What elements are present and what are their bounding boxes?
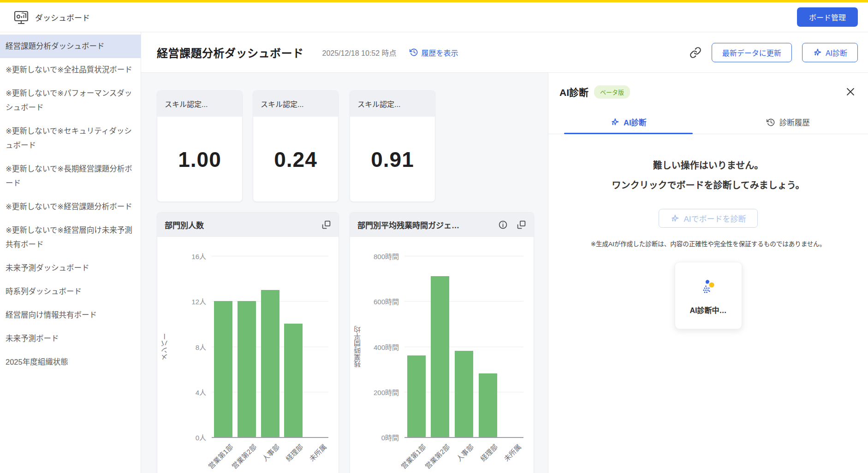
kpi-card: スキル認定... 0.91 — [350, 90, 435, 202]
expand-gadget-icon[interactable] — [321, 220, 331, 230]
x-tick-label: 営業第2部 — [229, 442, 258, 471]
ai-diagnose-open-label: AI診断 — [826, 47, 847, 58]
tab-label: AI診断 — [624, 117, 647, 128]
sparkle-icon — [610, 118, 619, 127]
ai-disclaimer: ※生成AIが作成した診断は、内容の正確性や完全性を保証するものではありません。 — [548, 239, 868, 248]
bar[interactable] — [214, 301, 232, 437]
y-tick-label: 0人 — [164, 432, 206, 442]
page-header: 経営課題分析ダッシュボード 2025/12/18 10:52 時点 履歴を表示 … — [141, 32, 868, 73]
kpi-card-title: スキル認定... — [253, 91, 338, 117]
show-history-label: 履歴を表示 — [422, 47, 458, 58]
diagnose-board-button[interactable]: AIでボードを診断 — [659, 209, 757, 228]
tab-label: 診断履歴 — [779, 117, 810, 128]
x-tick-label: 営業第1部 — [206, 442, 235, 471]
bar[interactable] — [431, 276, 449, 437]
info-icon[interactable] — [498, 220, 508, 230]
bar-chart-overtime: 0時間200時間400時間600時間800時間営業第1部営業第2部人事部経理部未… — [350, 237, 534, 473]
diagnose-board-label: AIでボードを診断 — [684, 213, 746, 224]
x-tick-label: 未所属 — [307, 442, 328, 463]
y-tick-label: 16人 — [164, 251, 206, 261]
gridline — [404, 301, 523, 302]
copy-link-icon[interactable] — [689, 46, 702, 59]
kpi-card-title: スキル認定... — [350, 91, 435, 117]
sidebar-item-board[interactable]: 未来予測ボード — [0, 327, 141, 350]
bar-chart-headcount: 0人4人8人12人16人営業第1部営業第2部人事部経理部未所属メンバー — [157, 237, 339, 473]
kpi-card: スキル認定... 1.00 — [157, 90, 243, 202]
ai-diagnosis-panel: AI診断 ベータ版 AI診断 診断履歴 — [548, 73, 868, 473]
chart-title: 部門別人数 — [165, 219, 321, 231]
kpi-value: 0.24 — [253, 117, 338, 202]
sidebar-item-board[interactable]: 時系列ダッシュボード — [0, 280, 141, 303]
sidebar-item-board[interactable]: ※更新しないで※長期経営課題分析ボード — [0, 157, 141, 195]
kpi-card-title: スキル認定... — [157, 91, 242, 117]
bar[interactable] — [407, 355, 426, 437]
y-axis-title: メンバー — [160, 319, 170, 374]
kpi-card: スキル認定... 0.24 — [253, 90, 339, 202]
dashboard-app-icon — [13, 10, 30, 25]
tab-ai-diagnosis[interactable]: AI診断 — [548, 111, 708, 134]
close-icon[interactable] — [844, 85, 857, 98]
panel-tabs: AI診断 診断履歴 — [548, 111, 868, 134]
x-tick-label: 経理部 — [478, 442, 499, 463]
ai-diagnosing-label: AI診断中… — [690, 304, 726, 315]
sidebar-item-board[interactable]: 未来予測ダッシュボード — [0, 256, 141, 280]
expand-gadget-icon[interactable] — [516, 220, 526, 230]
ai-diagnosing-icon — [698, 276, 719, 297]
sidebar-item-board[interactable]: ※更新しないで※セキュリティダッシュボード — [0, 119, 141, 157]
chart-card-headcount: 部門別人数 0人4人8人12人16人営業第1部営業第2部人事部経理部未所属メンバ… — [157, 212, 339, 473]
sparkle-icon — [670, 214, 679, 223]
gridline — [404, 347, 523, 347]
x-tick-label: 人事部 — [454, 442, 476, 463]
x-tick-label: 営業第1部 — [398, 442, 428, 471]
x-axis-line — [212, 437, 328, 438]
history-clock-icon — [767, 118, 775, 127]
y-tick-label: 600時間 — [357, 296, 399, 306]
x-axis-line — [404, 437, 523, 438]
top-bar: ダッシュボード ボード管理 — [0, 0, 868, 32]
y-tick-label: 400時間 — [357, 342, 399, 351]
x-tick-label: 人事部 — [260, 442, 282, 463]
sidebar-item-board[interactable]: 経営層向け情報共有ボード — [0, 303, 141, 327]
x-tick-label: 未所属 — [501, 442, 523, 463]
board-manage-button[interactable]: ボード管理 — [797, 7, 858, 27]
y-tick-label: 0時間 — [357, 432, 399, 442]
panel-lead-line1: 難しい操作はいりません。 — [548, 158, 868, 171]
bar[interactable] — [261, 290, 279, 437]
sidebar-item-board[interactable]: ※更新しないで※パフォーマンスダッシュボード — [0, 82, 141, 119]
bar[interactable] — [238, 301, 256, 437]
ai-diagnosing-card: AI診断中… — [675, 262, 742, 329]
sparkle-icon — [813, 48, 822, 57]
gridline — [404, 256, 523, 256]
data-timestamp: 2025/12/18 10:52 時点 — [322, 47, 397, 58]
sidebar-item-board[interactable]: 2025年度組織状態 — [0, 350, 141, 374]
beta-badge: ベータ版 — [594, 85, 630, 99]
chart-card-overtime: 部門別平均残業時間ガジェ… 0時間200時間400時間600時間800時間営業第… — [350, 212, 534, 473]
x-tick-label: 経理部 — [283, 442, 305, 463]
y-tick-label: 8人 — [164, 342, 206, 351]
refresh-data-button[interactable]: 最新データに更新 — [712, 43, 792, 62]
refresh-data-label: 最新データに更新 — [722, 47, 781, 58]
x-tick-label: 営業第2部 — [422, 442, 452, 471]
y-tick-label: 800時間 — [357, 251, 399, 261]
bar[interactable] — [479, 373, 497, 437]
ai-diagnose-open-button[interactable]: AI診断 — [802, 43, 858, 62]
tab-diagnosis-history[interactable]: 診断履歴 — [708, 111, 868, 134]
sidebar-item-board[interactable]: 経営課題分析ダッシュボード — [0, 35, 141, 58]
sidebar-item-board[interactable]: ※更新しないで※経営層向け未来予測共有ボード — [0, 219, 141, 256]
panel-lead-line2: ワンクリックでボードを診断してみましょう。 — [548, 178, 868, 191]
sidebar-item-board[interactable]: ※更新しないで※経営課題分析ボード — [0, 195, 141, 219]
kpi-value: 1.00 — [157, 117, 242, 202]
dashboard-canvas: スキル認定... 1.00 スキル認定... 0.24 スキル認定... 0.9… — [141, 73, 548, 473]
history-clock-icon — [410, 48, 418, 57]
app-title: ダッシュボード — [35, 12, 90, 23]
app-brand: ダッシュボード — [13, 2, 90, 32]
sidebar-item-board[interactable]: ※更新しないで※全社品質状況ボード — [0, 58, 141, 82]
y-axis-title: 残業時間平均 — [353, 319, 363, 374]
bar[interactable] — [284, 324, 303, 437]
gridline — [212, 256, 328, 256]
bar[interactable] — [455, 351, 473, 437]
show-history-link[interactable]: 履歴を表示 — [410, 47, 458, 58]
y-tick-label: 4人 — [164, 387, 206, 396]
y-tick-label: 200時間 — [357, 387, 399, 396]
kpi-value: 0.91 — [350, 117, 435, 202]
